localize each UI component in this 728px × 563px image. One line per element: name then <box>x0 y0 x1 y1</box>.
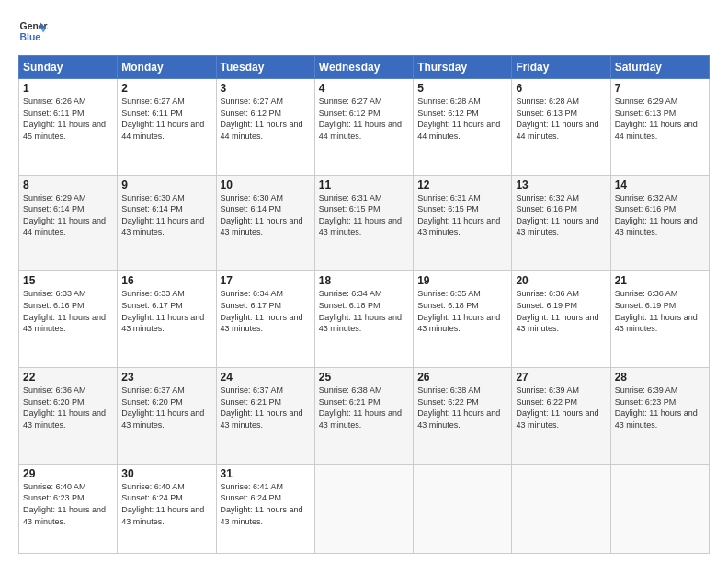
day-number: 29 <box>23 467 113 480</box>
calendar-cell: 10 Sunrise: 6:30 AMSunset: 6:14 PMDaylig… <box>216 175 314 271</box>
calendar-cell: 1 Sunrise: 6:26 AMSunset: 6:11 PMDayligh… <box>19 79 118 176</box>
day-number: 26 <box>417 371 507 384</box>
cell-info: Sunrise: 6:28 AMSunset: 6:13 PMDaylight:… <box>516 97 598 141</box>
day-number: 19 <box>417 274 507 287</box>
calendar-cell: 21 Sunrise: 6:36 AMSunset: 6:19 PMDaylig… <box>610 271 709 368</box>
cell-info: Sunrise: 6:26 AMSunset: 6:11 PMDaylight:… <box>23 97 106 141</box>
day-number: 24 <box>221 371 311 384</box>
cell-info: Sunrise: 6:28 AMSunset: 6:12 PMDaylight:… <box>417 97 500 141</box>
calendar-cell <box>314 464 413 553</box>
calendar-cell: 26 Sunrise: 6:38 AMSunset: 6:22 PMDaylig… <box>414 368 512 465</box>
calendar-week-4: 22 Sunrise: 6:36 AMSunset: 6:20 PMDaylig… <box>19 368 710 465</box>
calendar-week-1: 1 Sunrise: 6:26 AMSunset: 6:11 PMDayligh… <box>19 79 710 176</box>
calendar-cell: 24 Sunrise: 6:37 AMSunset: 6:21 PMDaylig… <box>216 368 314 465</box>
calendar-cell: 7 Sunrise: 6:29 AMSunset: 6:13 PMDayligh… <box>610 79 709 176</box>
day-number: 18 <box>319 274 409 287</box>
calendar-cell: 27 Sunrise: 6:39 AMSunset: 6:22 PMDaylig… <box>512 368 610 465</box>
cell-info: Sunrise: 6:31 AMSunset: 6:15 PMDaylight:… <box>417 193 500 237</box>
calendar-cell: 9 Sunrise: 6:30 AMSunset: 6:14 PMDayligh… <box>118 175 216 271</box>
calendar-table: SundayMondayTuesdayWednesdayThursdayFrid… <box>18 55 710 554</box>
calendar-cell <box>512 464 610 553</box>
calendar-cell: 17 Sunrise: 6:34 AMSunset: 6:17 PMDaylig… <box>216 271 314 368</box>
col-header-monday: Monday <box>118 56 216 79</box>
day-number: 30 <box>121 467 211 480</box>
calendar-cell: 14 Sunrise: 6:32 AMSunset: 6:16 PMDaylig… <box>610 175 709 271</box>
calendar-cell: 2 Sunrise: 6:27 AMSunset: 6:11 PMDayligh… <box>118 79 216 176</box>
day-number: 5 <box>417 82 507 95</box>
calendar-cell: 13 Sunrise: 6:32 AMSunset: 6:16 PMDaylig… <box>512 175 610 271</box>
calendar-cell: 30 Sunrise: 6:40 AMSunset: 6:24 PMDaylig… <box>118 464 216 553</box>
cell-info: Sunrise: 6:34 AMSunset: 6:18 PMDaylight:… <box>319 289 402 333</box>
cell-info: Sunrise: 6:34 AMSunset: 6:17 PMDaylight:… <box>221 289 303 333</box>
day-number: 10 <box>221 178 311 191</box>
calendar-cell: 28 Sunrise: 6:39 AMSunset: 6:23 PMDaylig… <box>610 368 709 465</box>
calendar-cell: 19 Sunrise: 6:35 AMSunset: 6:18 PMDaylig… <box>414 271 512 368</box>
calendar-header-row: SundayMondayTuesdayWednesdayThursdayFrid… <box>19 56 710 79</box>
calendar-cell: 29 Sunrise: 6:40 AMSunset: 6:23 PMDaylig… <box>19 464 118 553</box>
day-number: 23 <box>121 371 211 384</box>
day-number: 4 <box>319 82 409 95</box>
calendar-cell: 11 Sunrise: 6:31 AMSunset: 6:15 PMDaylig… <box>314 175 413 271</box>
day-number: 7 <box>615 82 705 95</box>
cell-info: Sunrise: 6:39 AMSunset: 6:22 PMDaylight:… <box>516 385 598 430</box>
day-number: 22 <box>23 371 113 384</box>
day-number: 8 <box>23 178 113 191</box>
calendar-cell: 22 Sunrise: 6:36 AMSunset: 6:20 PMDaylig… <box>19 368 118 465</box>
day-number: 13 <box>516 178 606 191</box>
page: General Blue SundayMondayTuesdayWednesda… <box>0 0 728 563</box>
calendar-cell: 4 Sunrise: 6:27 AMSunset: 6:12 PMDayligh… <box>314 79 413 176</box>
cell-info: Sunrise: 6:41 AMSunset: 6:24 PMDaylight:… <box>221 482 303 526</box>
col-header-thursday: Thursday <box>414 56 512 79</box>
calendar-cell: 12 Sunrise: 6:31 AMSunset: 6:15 PMDaylig… <box>414 175 512 271</box>
cell-info: Sunrise: 6:27 AMSunset: 6:12 PMDaylight:… <box>319 97 402 141</box>
cell-info: Sunrise: 6:31 AMSunset: 6:15 PMDaylight:… <box>319 193 402 237</box>
cell-info: Sunrise: 6:40 AMSunset: 6:23 PMDaylight:… <box>23 482 106 526</box>
cell-info: Sunrise: 6:36 AMSunset: 6:19 PMDaylight:… <box>516 289 598 333</box>
calendar-cell: 8 Sunrise: 6:29 AMSunset: 6:14 PMDayligh… <box>19 175 118 271</box>
cell-info: Sunrise: 6:37 AMSunset: 6:21 PMDaylight:… <box>221 385 303 430</box>
day-number: 25 <box>319 371 409 384</box>
day-number: 1 <box>23 82 113 95</box>
day-number: 28 <box>615 371 705 384</box>
cell-info: Sunrise: 6:37 AMSunset: 6:20 PMDaylight:… <box>121 385 204 430</box>
col-header-wednesday: Wednesday <box>314 56 413 79</box>
logo: General Blue <box>18 17 48 46</box>
calendar-cell <box>610 464 709 553</box>
day-number: 6 <box>516 82 606 95</box>
calendar-cell: 5 Sunrise: 6:28 AMSunset: 6:12 PMDayligh… <box>414 79 512 176</box>
day-number: 2 <box>121 82 211 95</box>
calendar-cell: 3 Sunrise: 6:27 AMSunset: 6:12 PMDayligh… <box>216 79 314 176</box>
cell-info: Sunrise: 6:39 AMSunset: 6:23 PMDaylight:… <box>615 385 698 430</box>
day-number: 16 <box>121 274 211 287</box>
col-header-tuesday: Tuesday <box>216 56 314 79</box>
calendar-week-3: 15 Sunrise: 6:33 AMSunset: 6:16 PMDaylig… <box>19 271 710 368</box>
cell-info: Sunrise: 6:38 AMSunset: 6:22 PMDaylight:… <box>417 385 500 430</box>
day-number: 27 <box>516 371 606 384</box>
day-number: 11 <box>319 178 409 191</box>
cell-info: Sunrise: 6:29 AMSunset: 6:13 PMDaylight:… <box>615 97 698 141</box>
cell-info: Sunrise: 6:32 AMSunset: 6:16 PMDaylight:… <box>615 193 698 237</box>
cell-info: Sunrise: 6:33 AMSunset: 6:17 PMDaylight:… <box>121 289 204 333</box>
calendar-cell: 18 Sunrise: 6:34 AMSunset: 6:18 PMDaylig… <box>314 271 413 368</box>
col-header-saturday: Saturday <box>610 56 709 79</box>
calendar-week-2: 8 Sunrise: 6:29 AMSunset: 6:14 PMDayligh… <box>19 175 710 271</box>
logo-icon: General Blue <box>18 17 48 46</box>
day-number: 9 <box>121 178 211 191</box>
cell-info: Sunrise: 6:35 AMSunset: 6:18 PMDaylight:… <box>417 289 500 333</box>
calendar-cell: 16 Sunrise: 6:33 AMSunset: 6:17 PMDaylig… <box>118 271 216 368</box>
day-number: 20 <box>516 274 606 287</box>
col-header-friday: Friday <box>512 56 610 79</box>
cell-info: Sunrise: 6:30 AMSunset: 6:14 PMDaylight:… <box>121 193 204 237</box>
calendar-week-5: 29 Sunrise: 6:40 AMSunset: 6:23 PMDaylig… <box>19 464 710 553</box>
day-number: 3 <box>221 82 311 95</box>
day-number: 12 <box>417 178 507 191</box>
cell-info: Sunrise: 6:27 AMSunset: 6:11 PMDaylight:… <box>121 97 204 141</box>
calendar-cell: 31 Sunrise: 6:41 AMSunset: 6:24 PMDaylig… <box>216 464 314 553</box>
cell-info: Sunrise: 6:38 AMSunset: 6:21 PMDaylight:… <box>319 385 402 430</box>
day-number: 15 <box>23 274 113 287</box>
cell-info: Sunrise: 6:27 AMSunset: 6:12 PMDaylight:… <box>221 97 303 141</box>
day-number: 17 <box>221 274 311 287</box>
day-number: 21 <box>615 274 705 287</box>
calendar-cell <box>414 464 512 553</box>
day-number: 31 <box>221 467 311 480</box>
